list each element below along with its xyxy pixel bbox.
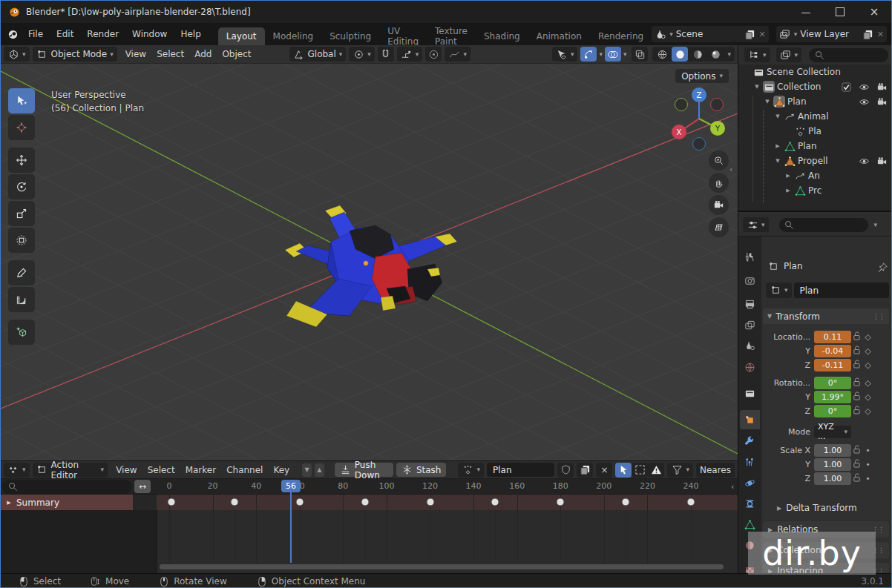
transform-orientation-dropdown[interactable]: Global ▾ <box>289 47 347 62</box>
gizmo-z-negative[interactable] <box>693 138 706 151</box>
properties-tab-modifiers[interactable] <box>740 432 760 451</box>
field-value[interactable]: 1.00 <box>814 444 851 457</box>
breadcrumb-object-name[interactable]: Plan <box>784 261 803 271</box>
unlink-action-button[interactable]: × <box>596 463 612 478</box>
lock-open-icon[interactable] <box>851 377 862 389</box>
filter-dropdown[interactable]: ▾ <box>667 463 693 478</box>
outliner-item-animal[interactable]: ▼Animal <box>738 109 892 124</box>
editor-type-button[interactable]: ▾ <box>4 47 30 62</box>
playhead[interactable] <box>290 492 292 563</box>
pin-icon[interactable] <box>876 261 888 273</box>
camera-icon[interactable] <box>876 81 888 93</box>
workspace-tab-texture-paint[interactable]: Texture Paint <box>427 27 476 45</box>
viewport-menu-view[interactable]: View <box>120 45 151 64</box>
visibility-dropdown[interactable]: ▾ <box>552 47 578 62</box>
keyframe-dot[interactable] <box>622 498 630 506</box>
channel-summary[interactable]: ▶ Summary <box>1 495 133 510</box>
expander-icon[interactable]: ▶ <box>784 188 792 194</box>
keyframe-dot[interactable] <box>426 498 434 506</box>
checkbox-icon[interactable] <box>840 81 852 93</box>
viewport-canvas[interactable]: User Perspective (56) Collection | Plan … <box>1 64 738 460</box>
snap-toggle[interactable] <box>378 47 394 62</box>
properties-tab-view-layer[interactable] <box>740 315 760 334</box>
field-value[interactable]: 1.00 <box>814 472 851 485</box>
expander-icon[interactable]: ▼ <box>774 158 781 164</box>
expander-icon[interactable]: ▼ <box>753 84 761 90</box>
expander-icon[interactable]: ▼ <box>774 113 781 119</box>
field-value[interactable]: -0.11 <box>814 359 851 371</box>
viewport-menu-add[interactable]: Add <box>189 45 217 64</box>
only-selected-toggle[interactable] <box>615 463 632 478</box>
field-value[interactable]: -0.04 <box>814 345 851 357</box>
timeline-scrollbar[interactable] <box>160 564 724 569</box>
action-id-dropdown[interactable]: ▾ <box>458 463 484 478</box>
eye-icon[interactable] <box>858 96 870 108</box>
menu-window[interactable]: Window <box>125 23 174 45</box>
animate-dot-icon[interactable]: • <box>862 446 873 455</box>
keyframe-dot[interactable] <box>491 498 499 506</box>
object-name-field[interactable]: Plan <box>794 283 889 298</box>
tool-rotate-button[interactable] <box>8 174 35 199</box>
new-scene-icon[interactable] <box>744 28 756 40</box>
errors-toggle[interactable] <box>648 463 664 478</box>
shading-material-button[interactable] <box>689 47 706 62</box>
keyframe-diamond-icon[interactable]: ◇ <box>862 406 873 416</box>
tool-move-button[interactable] <box>8 148 35 173</box>
sidebar-collapse-arrow[interactable]: ‹ <box>729 165 732 174</box>
workspace-tab-animation[interactable]: Animation <box>528 27 590 45</box>
properties-tab-constraints[interactable] <box>740 494 760 513</box>
outliner-item-plan[interactable]: ▶Plan <box>738 139 892 153</box>
keyframe-diamond-icon[interactable]: ◇ <box>862 346 873 356</box>
lock-open-icon[interactable] <box>851 473 862 484</box>
keyframe-dot[interactable] <box>295 498 304 506</box>
zoom-view-button[interactable] <box>709 151 729 171</box>
move-channel-up-button[interactable]: ▲ <box>315 463 324 477</box>
workspace-tab-layout[interactable]: Layout <box>218 27 265 45</box>
blender-menu-icon[interactable] <box>7 28 19 40</box>
lock-open-icon[interactable] <box>851 406 862 417</box>
shading-dropdown[interactable]: ▾ <box>725 51 733 58</box>
transform-panel-header[interactable]: ▼ Transform ⋮⋮ <box>763 308 889 324</box>
expander-icon[interactable]: ▼ <box>764 99 771 105</box>
tool-measure-button[interactable] <box>8 287 35 312</box>
tool-scale-button[interactable] <box>8 201 35 226</box>
lock-open-icon[interactable] <box>851 331 862 343</box>
gizmo-y-negative[interactable] <box>675 99 688 111</box>
keyframe-dot[interactable] <box>687 498 695 506</box>
eye-icon[interactable] <box>858 155 870 167</box>
move-channel-down-button[interactable]: ▼ <box>302 463 312 477</box>
pivot-point-dropdown[interactable]: ▾ <box>349 47 375 62</box>
gizmos-dropdown[interactable]: ▾ <box>597 51 605 58</box>
properties-tab-particles[interactable] <box>740 452 760 472</box>
field-value[interactable]: 1.99° <box>814 391 851 403</box>
outliner-item-plan[interactable]: ▼Plan <box>738 94 892 109</box>
workspace-tab-sculpting[interactable]: Sculpting <box>321 27 379 45</box>
frame-range-fit-button[interactable]: ↔ <box>134 480 151 493</box>
stash-button[interactable]: Stash <box>396 463 447 477</box>
dope-menu-key[interactable]: Key <box>268 461 295 479</box>
outliner-search-input[interactable] <box>809 48 888 62</box>
outliner-editor-type-button[interactable]: ▾ <box>744 47 770 62</box>
properties-tab-render[interactable] <box>740 271 760 290</box>
xray-toggle[interactable] <box>632 47 648 62</box>
navigation-gizmo[interactable]: Z X Y <box>665 85 733 156</box>
expander-icon[interactable]: ▶ <box>774 143 781 149</box>
outliner-display-mode-button[interactable]: ▾ <box>776 47 802 62</box>
properties-tab-physics[interactable] <box>740 473 760 492</box>
camera-view-button[interactable] <box>709 195 729 215</box>
dope-menu-view[interactable]: View <box>111 461 142 479</box>
properties-tab-collection[interactable] <box>740 383 760 403</box>
hide-hidden-toggle[interactable] <box>632 463 648 478</box>
field-value[interactable]: 0° <box>814 405 851 417</box>
menu-render[interactable]: Render <box>80 23 125 45</box>
gizmo-x-negative[interactable] <box>711 99 724 111</box>
outliner-item-scene-collection[interactable]: Scene Collection <box>738 65 892 79</box>
proportional-editing-toggle[interactable] <box>425 47 442 62</box>
workspace-tab-modeling[interactable]: Modeling <box>265 27 322 45</box>
outliner-item-propell[interactable]: ▼Propell <box>738 153 892 168</box>
properties-tab-output[interactable] <box>740 294 760 314</box>
viewport-menu-select[interactable]: Select <box>151 45 189 64</box>
lock-open-icon[interactable] <box>851 445 862 456</box>
animate-dot-icon[interactable]: • <box>862 460 873 469</box>
properties-editor-type-button[interactable]: ▾ <box>743 217 769 232</box>
